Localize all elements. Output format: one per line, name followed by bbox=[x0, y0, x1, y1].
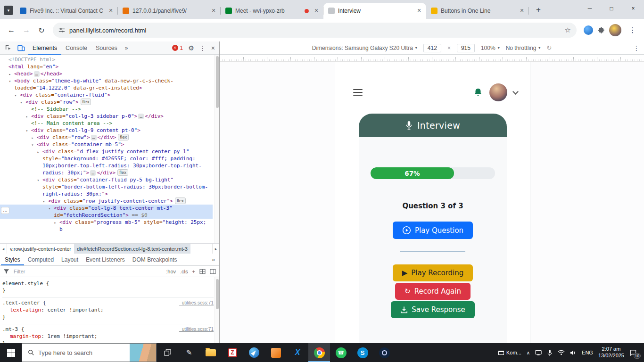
taskbar-app-button[interactable] bbox=[243, 343, 265, 362]
devtools-close-icon[interactable]: × bbox=[211, 44, 215, 52]
more-panels-icon[interactable]: » bbox=[123, 45, 131, 51]
styles-tab-computed[interactable]: Computed bbox=[24, 254, 58, 265]
taskbar-app-button[interactable] bbox=[373, 343, 395, 362]
url-omnibox[interactable]: panel.lilylist.com/record.html ☆ bbox=[53, 23, 577, 38]
refresh-icon[interactable]: ↻ bbox=[35, 24, 48, 37]
dom-tree-node[interactable]: <!DOCTYPE html> bbox=[0, 56, 213, 63]
taskbar-app-button[interactable]: X bbox=[287, 343, 308, 362]
back-icon[interactable]: ← bbox=[5, 24, 18, 37]
wifi-icon[interactable] bbox=[558, 350, 565, 355]
twisty-icon[interactable]: ▸ bbox=[25, 113, 29, 120]
styles-scrollbar[interactable] bbox=[215, 277, 219, 343]
tab-search-button[interactable]: ▾ bbox=[4, 6, 13, 15]
twisty-icon[interactable]: ▸ bbox=[36, 148, 41, 156]
ellipsis-expander[interactable]: … bbox=[138, 114, 144, 119]
scrollbar-thumb[interactable] bbox=[216, 279, 219, 309]
computed-panel-icon[interactable] bbox=[210, 269, 216, 274]
flex-badge[interactable]: flex bbox=[117, 169, 128, 176]
styles-tab-styles[interactable]: Styles bbox=[1, 254, 24, 265]
taskbar-clock[interactable]: 2:07 am 13/02/2025 bbox=[598, 346, 624, 359]
class-toggle-button[interactable]: .cls bbox=[180, 269, 188, 274]
search-highlight-image[interactable] bbox=[130, 344, 156, 362]
tab-close-icon[interactable]: × bbox=[415, 7, 423, 15]
new-tab-button[interactable]: + bbox=[532, 3, 545, 16]
stylesheet-link[interactable]: _utilities.scss:71 bbox=[179, 326, 214, 333]
dom-tree-node[interactable]: ▸<head>…</head> bbox=[0, 70, 213, 77]
ellipsis-expander[interactable]: … bbox=[34, 71, 40, 77]
browser-tab[interactable]: Meet - wvi-ypxo-zrb× bbox=[221, 3, 323, 19]
taskbar-app-button[interactable]: S bbox=[352, 343, 373, 362]
twisty-icon[interactable]: ▾ bbox=[8, 78, 12, 85]
device-dimensions-select[interactable]: Dimensions: Samsung Galaxy S20 Ultra▾ bbox=[312, 45, 417, 51]
dom-tree-node[interactable]: ▾<div class="container mb-5"> bbox=[0, 141, 213, 148]
taskbar-app-button[interactable] bbox=[308, 343, 330, 362]
dom-tree-node[interactable]: ▾<div class="container-fluid py-5 bg-lig… bbox=[0, 176, 213, 197]
browser-tab[interactable]: Five9 Inc. :: Virtual Contact C× bbox=[15, 3, 118, 19]
dom-tree-node[interactable]: ▾<div class="col-lg-9 content pt-0"> bbox=[0, 127, 213, 134]
twisty-icon[interactable]: ▸ bbox=[8, 71, 12, 78]
throttling-select[interactable]: No throttling▾ bbox=[506, 45, 541, 51]
dom-tree-node[interactable]: ▾<div class="row justify-content-center"… bbox=[0, 197, 213, 205]
minimize-button[interactable]: ─ bbox=[579, 0, 601, 17]
save-response-button[interactable]: Save Response bbox=[391, 301, 475, 318]
twisty-icon[interactable]: ▾ bbox=[41, 198, 46, 205]
notifications-button[interactable]: 10 bbox=[629, 349, 639, 356]
dom-tree-node[interactable]: ▸<div class="col-lg-3 sidebar p-0">…</di… bbox=[0, 113, 213, 120]
device-height-input[interactable]: 915 bbox=[457, 44, 475, 52]
maximize-button[interactable]: □ bbox=[601, 0, 622, 17]
language-indicator[interactable]: ENG bbox=[582, 350, 593, 355]
hover-state-button[interactable]: :hov bbox=[166, 269, 176, 274]
rotate-device-icon[interactable]: ↻ bbox=[546, 44, 552, 51]
tray-app-button[interactable]: Kom... bbox=[498, 350, 521, 355]
extension-icon[interactable] bbox=[584, 25, 593, 35]
dom-tree-node[interactable]: <!-- Main content area --> bbox=[0, 120, 213, 127]
dom-tree-node[interactable]: ▾<div class="row">flex bbox=[0, 99, 213, 106]
play-recording-button[interactable]: ▶ Play Recording bbox=[393, 264, 473, 281]
twisty-icon[interactable]: ▾ bbox=[25, 127, 29, 134]
tray-expand-icon[interactable]: ∧ bbox=[527, 350, 530, 355]
notification-bell-icon[interactable] bbox=[473, 87, 483, 98]
styles-tab-dom-breakpoints[interactable]: DOM Breakpoints bbox=[129, 254, 181, 265]
more-sidebar-tabs-icon[interactable]: » bbox=[207, 256, 219, 263]
flex-badge[interactable]: flex bbox=[118, 134, 129, 140]
taskbar-app-button[interactable] bbox=[200, 343, 222, 362]
zoom-select[interactable]: 100%▾ bbox=[481, 45, 500, 51]
dom-tree-node[interactable]: <html lang="en"> bbox=[0, 63, 213, 70]
play-question-button[interactable]: Play Question bbox=[393, 222, 473, 239]
new-style-rule-button[interactable]: + bbox=[192, 269, 195, 274]
bookmark-star-icon[interactable]: ☆ bbox=[562, 26, 574, 34]
devtools-tab-sources[interactable]: Sources bbox=[91, 41, 122, 55]
microphone-tray-icon[interactable] bbox=[547, 349, 553, 356]
twisty-icon[interactable]: ▾ bbox=[13, 92, 18, 99]
grid-toggle-icon[interactable] bbox=[199, 269, 206, 274]
user-avatar[interactable] bbox=[489, 83, 507, 101]
twisty-icon[interactable]: ▸ bbox=[53, 219, 58, 226]
devtools-tab-elements[interactable]: Elements bbox=[28, 41, 61, 55]
twisty-icon[interactable]: ▾ bbox=[36, 177, 41, 184]
breadcrumb-scroll-left-icon[interactable]: ◂ bbox=[0, 244, 7, 254]
rule-selector[interactable]: element.style { bbox=[2, 280, 49, 287]
styles-tab-layout[interactable]: Layout bbox=[58, 254, 82, 265]
ellipsis-expander[interactable]: … bbox=[91, 135, 97, 140]
devtools-tab-console[interactable]: Console bbox=[61, 41, 91, 55]
record-again-button[interactable]: ↻ Record Again bbox=[395, 283, 471, 300]
ellipsis-expander[interactable]: … bbox=[90, 170, 96, 176]
browser-tab[interactable]: Interview× bbox=[323, 3, 426, 19]
dom-tree-node[interactable]: ▾<div class="col-lg-8 text-center mt-3" … bbox=[0, 205, 213, 219]
twisty-icon[interactable]: ▾ bbox=[47, 205, 52, 212]
dom-tree-node[interactable]: ▾<div class="container-fluid"> bbox=[0, 91, 213, 99]
breadcrumb-item[interactable]: v.row.justify-content-center bbox=[7, 244, 74, 254]
taskbar-app-button[interactable]: ☎ bbox=[330, 343, 352, 362]
dom-tree-node[interactable]: ▾<body class="theme-bg-white" data-new-g… bbox=[0, 77, 213, 91]
taskbar-app-button[interactable]: Z bbox=[222, 343, 243, 362]
rule-selector[interactable]: .mt-3 { bbox=[2, 326, 24, 332]
browser-tab[interactable]: Buttons in One Line× bbox=[426, 3, 529, 19]
inspect-element-icon[interactable] bbox=[2, 42, 14, 54]
tab-close-icon[interactable]: × bbox=[312, 7, 321, 15]
taskbar-app-button[interactable]: ✎ bbox=[178, 343, 200, 362]
extensions-puzzle-icon[interactable] bbox=[597, 26, 605, 34]
settings-gear-icon[interactable]: ⚙ bbox=[188, 44, 194, 52]
scrollbar-thumb[interactable] bbox=[216, 56, 219, 108]
tab-close-icon[interactable]: × bbox=[518, 7, 526, 15]
tab-close-icon[interactable]: × bbox=[209, 7, 218, 15]
